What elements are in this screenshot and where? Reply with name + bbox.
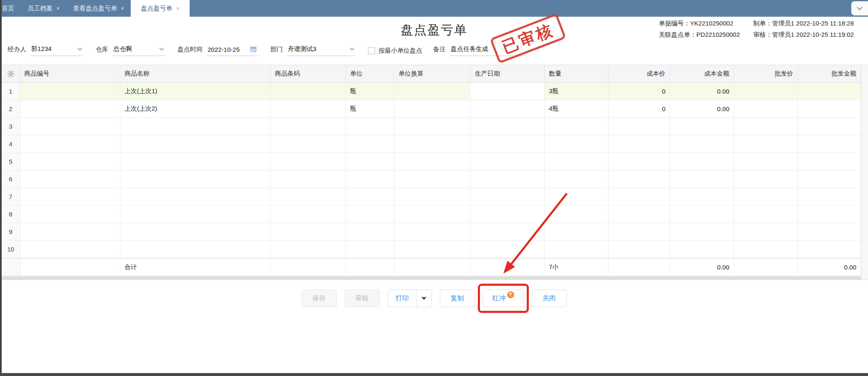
cell-production_date[interactable] [471,188,545,205]
cell-unit_conversion[interactable] [394,118,471,135]
cell-unit[interactable] [346,135,394,152]
cell-code[interactable] [20,188,120,205]
cell-cost_amount[interactable] [670,206,734,223]
tab-overflow-button[interactable] [851,1,868,15]
cell-production_date[interactable] [471,100,545,117]
cell-unit_conversion[interactable] [394,153,471,170]
vertical-scrollbar[interactable] [861,65,868,280]
tab-home[interactable]: 首页 [0,0,21,17]
cell-quantity[interactable] [545,118,609,135]
cell-name[interactable] [120,223,271,240]
red-flush-button[interactable]: 红冲 ? [483,290,524,307]
copy-button[interactable]: 复制 [440,290,475,307]
cell-unit_conversion[interactable] [394,241,471,258]
cell-cost_amount[interactable]: 0.00 [670,83,734,100]
help-badge-icon[interactable]: ? [507,291,514,298]
cell-wholesale_price[interactable] [734,188,798,205]
calendar-icon[interactable] [250,46,257,53]
cell-name[interactable] [120,170,271,188]
close-icon[interactable]: × [176,5,179,12]
cell-cost_amount[interactable] [670,241,734,258]
cell-unit_conversion[interactable] [394,135,471,152]
cell-barcode[interactable] [271,118,346,135]
cell-barcode[interactable] [271,100,346,117]
save-button[interactable]: 保存 [302,290,337,307]
cell-cost_price[interactable] [609,118,670,135]
cell-cost_price[interactable] [609,206,670,223]
cell-name[interactable] [120,118,271,135]
cell-wholesale_price[interactable] [734,100,798,117]
cell-wholesale_amount[interactable] [798,241,861,258]
cell-name[interactable]: 上次(上次1) [120,83,271,100]
cell-wholesale_amount[interactable] [798,206,861,223]
cell-name[interactable] [120,206,271,223]
cell-unit[interactable]: 瓶 [346,100,394,117]
cell-code[interactable] [20,118,120,135]
cell-wholesale_amount[interactable] [798,188,861,205]
operator-select[interactable]: 郭1234 [30,45,83,56]
cell-barcode[interactable] [271,83,346,100]
cell-quantity[interactable] [545,153,609,170]
close-button[interactable]: 关闭 [532,290,567,307]
cell-unit_conversion[interactable] [394,188,471,205]
cell-cost_price[interactable] [609,135,670,152]
min-unit-checkbox-field[interactable]: 按最小单位盘点 [368,47,422,55]
cell-cost_price[interactable]: 0 [609,100,670,117]
cell-cost_price[interactable] [609,153,670,170]
cell-production_date[interactable] [471,153,545,170]
cell-name[interactable] [120,135,271,152]
cell-unit[interactable] [346,206,394,223]
print-button[interactable]: 打印 [388,290,416,307]
tab-employee-archive[interactable]: 员工档案 × [21,0,66,17]
cell-name[interactable]: 上次(上次2) [120,100,271,117]
cell-name[interactable] [120,153,271,170]
cell-cost_amount[interactable]: 0.00 [670,100,734,117]
cell-unit[interactable] [346,153,394,170]
cell-wholesale_price[interactable] [734,223,798,240]
cell-quantity[interactable] [545,188,609,205]
cell-code[interactable] [20,83,120,100]
cell-wholesale_amount[interactable] [798,100,861,117]
print-dropdown-button[interactable] [417,290,431,307]
check-time-input[interactable]: 2022-10-25 [207,46,258,56]
cell-production_date[interactable] [471,170,545,188]
cell-code[interactable] [20,206,120,223]
cell-wholesale_price[interactable] [734,170,798,188]
cell-unit_conversion[interactable] [394,83,471,100]
cell-code[interactable] [20,153,120,170]
cell-wholesale_price[interactable] [734,83,798,100]
cell-name[interactable] [120,241,271,258]
cell-unit[interactable] [346,118,394,135]
tab-profit-loss-active[interactable]: 盘点盈亏单 × [131,0,189,17]
cell-wholesale_amount[interactable] [798,170,861,188]
cell-wholesale_amount[interactable] [798,83,861,100]
cell-cost_amount[interactable] [670,118,734,135]
cell-wholesale_amount[interactable] [798,153,861,170]
cell-cost_amount[interactable] [670,170,734,188]
cell-production_date[interactable] [471,206,545,223]
cell-code[interactable] [20,170,120,188]
cell-unit_conversion[interactable] [394,100,471,117]
horizontal-scrollbar[interactable] [2,276,861,280]
cell-wholesale_amount[interactable] [798,135,861,152]
cell-barcode[interactable] [271,135,346,152]
cell-barcode[interactable] [271,188,346,205]
warehouse-select[interactable]: 总仓啊 [112,45,165,56]
close-icon[interactable]: × [121,5,124,12]
cell-quantity[interactable] [545,241,609,258]
cell-quantity[interactable] [545,206,609,223]
cell-barcode[interactable] [271,153,346,170]
cell-barcode[interactable] [271,206,346,223]
cell-unit[interactable] [346,170,394,188]
department-select[interactable]: 舟谱测试3 [287,45,355,56]
cell-unit[interactable]: 瓶 [346,83,394,100]
cell-barcode[interactable] [271,223,346,240]
cell-wholesale_price[interactable] [734,241,798,258]
cell-wholesale_price[interactable] [734,206,798,223]
cell-production_date[interactable] [471,83,545,100]
cell-cost_price[interactable] [609,188,670,205]
cell-wholesale_price[interactable] [734,135,798,152]
cell-unit[interactable] [346,188,394,205]
cell-cost_price[interactable] [609,241,670,258]
checkbox-unchecked[interactable] [368,47,375,54]
